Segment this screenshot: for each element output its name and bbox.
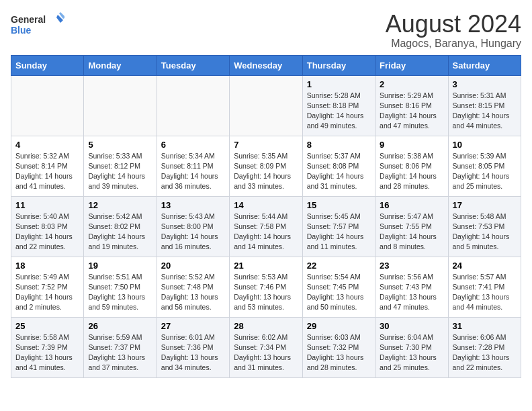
calendar-week-1: 1Sunrise: 5:28 AM Sunset: 8:18 PM Daylig… [11, 75, 521, 136]
calendar-cell: 5Sunrise: 5:33 AM Sunset: 8:12 PM Daylig… [84, 136, 157, 196]
day-number: 5 [88, 140, 152, 150]
day-number: 25 [15, 321, 79, 331]
day-info: Sunrise: 5:29 AM Sunset: 8:16 PM Dayligh… [380, 91, 443, 132]
day-number: 16 [380, 200, 443, 210]
calendar-cell: 30Sunrise: 6:04 AM Sunset: 7:30 PM Dayli… [375, 317, 448, 377]
day-info: Sunrise: 6:03 AM Sunset: 7:32 PM Dayligh… [307, 332, 371, 373]
calendar-cell [11, 75, 84, 136]
calendar-table: SundayMondayTuesdayWednesdayThursdayFrid… [11, 55, 521, 378]
day-number: 26 [88, 321, 152, 331]
calendar-cell: 1Sunrise: 5:28 AM Sunset: 8:18 PM Daylig… [302, 75, 375, 136]
day-info: Sunrise: 5:37 AM Sunset: 8:08 PM Dayligh… [307, 151, 371, 192]
day-number: 17 [453, 200, 517, 210]
weekday-header-row: SundayMondayTuesdayWednesdayThursdayFrid… [11, 55, 521, 75]
day-number: 9 [380, 140, 443, 150]
day-info: Sunrise: 5:47 AM Sunset: 7:55 PM Dayligh… [380, 212, 443, 253]
day-info: Sunrise: 5:33 AM Sunset: 8:12 PM Dayligh… [88, 151, 152, 192]
day-number: 10 [453, 140, 517, 150]
calendar-cell: 2Sunrise: 5:29 AM Sunset: 8:16 PM Daylig… [375, 75, 448, 136]
day-number: 27 [161, 321, 225, 331]
svg-text:Blue: Blue [11, 25, 32, 36]
weekday-header-sunday: Sunday [11, 55, 84, 75]
weekday-header-monday: Monday [84, 55, 157, 75]
logo: General Blue [11, 11, 64, 40]
calendar-cell: 17Sunrise: 5:48 AM Sunset: 7:53 PM Dayli… [448, 196, 521, 257]
weekday-header-saturday: Saturday [448, 55, 521, 75]
calendar-cell: 6Sunrise: 5:34 AM Sunset: 8:11 PM Daylig… [157, 136, 229, 196]
day-info: Sunrise: 5:28 AM Sunset: 8:18 PM Dayligh… [307, 91, 371, 132]
calendar-cell: 27Sunrise: 6:01 AM Sunset: 7:36 PM Dayli… [157, 317, 229, 377]
day-number: 20 [161, 261, 225, 271]
day-info: Sunrise: 5:49 AM Sunset: 7:52 PM Dayligh… [15, 272, 79, 313]
calendar-cell: 28Sunrise: 6:02 AM Sunset: 7:34 PM Dayli… [230, 317, 302, 377]
day-number: 2 [380, 79, 443, 89]
day-info: Sunrise: 5:53 AM Sunset: 7:46 PM Dayligh… [234, 272, 298, 313]
calendar-cell: 25Sunrise: 5:58 AM Sunset: 7:39 PM Dayli… [11, 317, 84, 377]
day-number: 22 [307, 261, 371, 271]
day-number: 12 [88, 200, 152, 210]
svg-text:General: General [11, 14, 46, 25]
calendar-cell [157, 75, 229, 136]
day-info: Sunrise: 5:56 AM Sunset: 7:43 PM Dayligh… [380, 272, 443, 313]
day-info: Sunrise: 5:42 AM Sunset: 8:02 PM Dayligh… [88, 212, 152, 253]
day-info: Sunrise: 5:48 AM Sunset: 7:53 PM Dayligh… [453, 212, 517, 253]
day-info: Sunrise: 6:06 AM Sunset: 7:28 PM Dayligh… [453, 332, 517, 373]
day-number: 23 [380, 261, 443, 271]
day-number: 15 [307, 200, 371, 210]
calendar-week-4: 18Sunrise: 5:49 AM Sunset: 7:52 PM Dayli… [11, 257, 521, 317]
calendar-cell: 23Sunrise: 5:56 AM Sunset: 7:43 PM Dayli… [375, 257, 448, 317]
day-number: 21 [234, 261, 298, 271]
day-number: 3 [453, 79, 517, 89]
day-number: 8 [307, 140, 371, 150]
calendar-cell: 13Sunrise: 5:43 AM Sunset: 8:00 PM Dayli… [157, 196, 229, 257]
subtitle: Magocs, Baranya, Hungary [386, 38, 521, 50]
calendar-header: SundayMondayTuesdayWednesdayThursdayFrid… [11, 55, 521, 75]
day-info: Sunrise: 5:35 AM Sunset: 8:09 PM Dayligh… [234, 151, 298, 192]
day-info: Sunrise: 5:34 AM Sunset: 8:11 PM Dayligh… [161, 151, 225, 192]
calendar-cell: 16Sunrise: 5:47 AM Sunset: 7:55 PM Dayli… [375, 196, 448, 257]
calendar-cell: 26Sunrise: 5:59 AM Sunset: 7:37 PM Dayli… [84, 317, 157, 377]
calendar-cell: 8Sunrise: 5:37 AM Sunset: 8:08 PM Daylig… [302, 136, 375, 196]
day-info: Sunrise: 5:40 AM Sunset: 8:03 PM Dayligh… [15, 212, 79, 253]
day-number: 11 [15, 200, 79, 210]
day-info: Sunrise: 5:31 AM Sunset: 8:15 PM Dayligh… [453, 91, 517, 132]
day-info: Sunrise: 6:02 AM Sunset: 7:34 PM Dayligh… [234, 332, 298, 373]
day-info: Sunrise: 5:57 AM Sunset: 7:41 PM Dayligh… [453, 272, 517, 313]
title-area: August 2024 Magocs, Baranya, Hungary [386, 11, 521, 50]
calendar-cell: 11Sunrise: 5:40 AM Sunset: 8:03 PM Dayli… [11, 196, 84, 257]
calendar-cell: 15Sunrise: 5:45 AM Sunset: 7:57 PM Dayli… [302, 196, 375, 257]
day-info: Sunrise: 5:39 AM Sunset: 8:05 PM Dayligh… [453, 151, 517, 192]
weekday-header-tuesday: Tuesday [157, 55, 229, 75]
calendar-cell: 22Sunrise: 5:54 AM Sunset: 7:45 PM Dayli… [302, 257, 375, 317]
calendar-cell [230, 75, 302, 136]
day-number: 13 [161, 200, 225, 210]
calendar-body: 1Sunrise: 5:28 AM Sunset: 8:18 PM Daylig… [11, 75, 521, 377]
calendar-cell: 31Sunrise: 6:06 AM Sunset: 7:28 PM Dayli… [448, 317, 521, 377]
calendar-cell: 21Sunrise: 5:53 AM Sunset: 7:46 PM Dayli… [230, 257, 302, 317]
calendar-cell: 18Sunrise: 5:49 AM Sunset: 7:52 PM Dayli… [11, 257, 84, 317]
weekday-header-friday: Friday [375, 55, 448, 75]
day-number: 30 [380, 321, 443, 331]
day-number: 24 [453, 261, 517, 271]
day-number: 19 [88, 261, 152, 271]
day-info: Sunrise: 5:45 AM Sunset: 7:57 PM Dayligh… [307, 212, 371, 253]
calendar-cell: 19Sunrise: 5:51 AM Sunset: 7:50 PM Dayli… [84, 257, 157, 317]
day-info: Sunrise: 6:04 AM Sunset: 7:30 PM Dayligh… [380, 332, 443, 373]
day-info: Sunrise: 5:59 AM Sunset: 7:37 PM Dayligh… [88, 332, 152, 373]
day-info: Sunrise: 6:01 AM Sunset: 7:36 PM Dayligh… [161, 332, 225, 373]
day-number: 28 [234, 321, 298, 331]
calendar-cell: 20Sunrise: 5:52 AM Sunset: 7:48 PM Dayli… [157, 257, 229, 317]
day-info: Sunrise: 5:54 AM Sunset: 7:45 PM Dayligh… [307, 272, 371, 313]
day-number: 6 [161, 140, 225, 150]
calendar-cell: 12Sunrise: 5:42 AM Sunset: 8:02 PM Dayli… [84, 196, 157, 257]
day-info: Sunrise: 5:58 AM Sunset: 7:39 PM Dayligh… [15, 332, 79, 373]
weekday-header-thursday: Thursday [302, 55, 375, 75]
weekday-header-wednesday: Wednesday [230, 55, 302, 75]
day-number: 31 [453, 321, 517, 331]
calendar-cell: 24Sunrise: 5:57 AM Sunset: 7:41 PM Dayli… [448, 257, 521, 317]
calendar-cell: 29Sunrise: 6:03 AM Sunset: 7:32 PM Dayli… [302, 317, 375, 377]
calendar-cell: 4Sunrise: 5:32 AM Sunset: 8:14 PM Daylig… [11, 136, 84, 196]
calendar-week-5: 25Sunrise: 5:58 AM Sunset: 7:39 PM Dayli… [11, 317, 521, 377]
logo-svg: General Blue [11, 11, 64, 40]
day-number: 4 [15, 140, 79, 150]
